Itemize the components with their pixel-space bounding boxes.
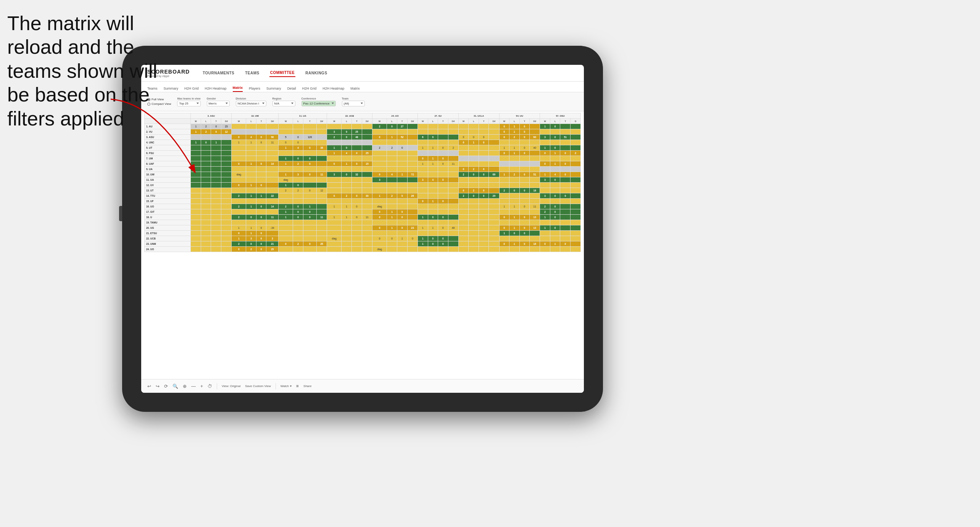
- matrix-cell-w: diag: [372, 247, 387, 252]
- matrix-cell-t: [438, 129, 448, 135]
- matrix-cell-dif: -34: [266, 225, 279, 231]
- matrix-cell-w: 0: [499, 241, 509, 247]
- nav-rankings[interactable]: RANKINGS: [305, 69, 328, 77]
- matrix-cell-dif: 3: [266, 236, 279, 241]
- matrix-cell-t: 0: [519, 231, 530, 236]
- matrix-cell-l: 1: [509, 124, 520, 129]
- matrix-cell-w: [327, 140, 342, 145]
- matrix-cell-l: [293, 199, 303, 204]
- matrix-cell-t: 0: [256, 247, 266, 252]
- matrix-cell-t: [560, 183, 571, 188]
- tab-h2h-grid2[interactable]: H2H Grid: [302, 85, 317, 92]
- matrix-cell-w: 0: [372, 215, 387, 220]
- tab-matrix[interactable]: Matrix: [233, 84, 243, 92]
- grid-btn[interactable]: ⊞: [296, 384, 299, 388]
- tab-players[interactable]: Players: [249, 85, 260, 92]
- matrix-cell-l: [293, 193, 303, 199]
- matrix-cell-l: 1: [428, 161, 438, 167]
- team-select[interactable]: (All): [342, 101, 365, 106]
- search-icon: 🔍: [172, 384, 178, 389]
- matrix-cell-w: [279, 167, 293, 172]
- matrix-cell-w: [458, 156, 469, 161]
- matrix-cell-dif: [448, 231, 458, 236]
- max-teams-select[interactable]: Top 25: [177, 101, 200, 106]
- tab-summary2[interactable]: Summary: [266, 85, 281, 92]
- share-btn[interactable]: Share: [303, 384, 311, 388]
- matrix-cell-w: 1: [279, 161, 293, 167]
- timer-btn[interactable]: ⏱: [208, 384, 212, 389]
- division-select[interactable]: NCAA Division I: [236, 101, 266, 106]
- separator-1: [217, 383, 217, 389]
- matrix-scroll[interactable]: 3. ASU 10. UW 11. UA 22. UCB 24. UO 27. …: [141, 111, 584, 379]
- col-asu: 3. ASU: [191, 113, 232, 119]
- matrix-cell-l: [246, 156, 256, 161]
- tab-detail[interactable]: Detail: [287, 85, 296, 92]
- tab-h2h-grid[interactable]: H2H Grid: [184, 85, 199, 92]
- matrix-cell-l: 0: [550, 177, 560, 183]
- matrix-cell-dif: [266, 209, 279, 215]
- matrix-cell-w: 2: [499, 188, 509, 193]
- matrix-cell-w: [327, 209, 342, 215]
- matrix-cell-dif: [316, 156, 327, 161]
- matrix-cell-t: [479, 225, 489, 231]
- undo-btn[interactable]: ↩: [147, 384, 151, 389]
- matrix-cell-t: 0: [303, 161, 316, 167]
- tab-h2h-heatmap[interactable]: H2H Heatmap: [205, 85, 227, 92]
- matrix-cell-t: 0: [560, 151, 571, 156]
- matrix-cell-dif: 2: [448, 145, 458, 151]
- zoom-add-btn[interactable]: ⊕: [183, 384, 187, 389]
- matrix-cell-dif: [489, 129, 499, 135]
- matrix-cell-t: [438, 167, 448, 172]
- watch-btn[interactable]: Watch ▾: [280, 384, 292, 388]
- matrix-cell-w: 0: [540, 161, 550, 167]
- matrix-cell-w: 2: [458, 193, 469, 199]
- row-header: 5. UT: [145, 145, 191, 151]
- nav-teams[interactable]: TEAMS: [244, 69, 260, 77]
- search-btn[interactable]: 🔍: [172, 384, 178, 389]
- matrix-cell-green: [191, 151, 201, 156]
- conference-select[interactable]: Pac-12 Conference: [301, 101, 336, 106]
- matrix-cell-w: [499, 156, 509, 161]
- zoom-minus-btn[interactable]: —: [191, 384, 196, 389]
- matrix-cell-l: [428, 188, 438, 193]
- matrix-cell-dif: 14: [266, 204, 279, 209]
- matrix-cell-dif: [448, 177, 458, 183]
- tab-matrix2[interactable]: Matrix: [350, 85, 360, 92]
- matrix-cell-dif: [316, 135, 327, 140]
- matrix-cell-green: [191, 183, 201, 188]
- matrix-cell-l: [387, 220, 397, 225]
- region-select[interactable]: N/A: [272, 101, 295, 106]
- redo-btn[interactable]: ↪: [156, 384, 160, 389]
- matrix-cell-t: [351, 247, 362, 252]
- view-original-btn[interactable]: View: Original: [222, 384, 240, 388]
- matrix-cell-w: [372, 231, 387, 236]
- matrix-cell-l: [201, 247, 211, 252]
- matrix-cell-t: 51: [560, 135, 571, 140]
- nav-tournaments[interactable]: TOURNAMENTS: [202, 69, 235, 77]
- matrix-cell-dif: [407, 124, 417, 129]
- tab-h2h-heatmap2[interactable]: H2H Heatmap: [322, 85, 344, 92]
- matrix-cell-green: [221, 145, 231, 151]
- matrix-cell-dif: [362, 236, 372, 241]
- matrix-cell-l: 2: [293, 241, 303, 247]
- matrix-cell-l: [469, 247, 479, 252]
- row-header: 22. UCB: [145, 236, 191, 241]
- matrix-cell-dif: [571, 177, 581, 183]
- matrix-cell-t: [351, 209, 362, 215]
- matrix-cell-t: [211, 204, 221, 209]
- save-custom-btn[interactable]: Save Custom View: [245, 384, 271, 388]
- zoom-plus-btn[interactable]: +: [200, 384, 203, 389]
- gender-select[interactable]: Men's: [207, 101, 230, 106]
- nav-committee[interactable]: COMMITTEE: [269, 69, 296, 77]
- matrix-cell-l: [387, 188, 397, 193]
- matrix-cell-l: 0: [469, 172, 479, 177]
- matrix-cell-l: [387, 129, 397, 135]
- matrix-cell-l: [387, 241, 397, 247]
- matrix-cell-l: [509, 209, 520, 215]
- matrix-cell-t: [560, 209, 571, 215]
- refresh-btn[interactable]: ⟳: [164, 384, 168, 389]
- matrix-cell-l: [509, 236, 520, 241]
- matrix-cell-t: 0: [519, 151, 530, 156]
- matrix-cell-green: [221, 183, 231, 188]
- table-row: 9. UA020: [145, 167, 581, 172]
